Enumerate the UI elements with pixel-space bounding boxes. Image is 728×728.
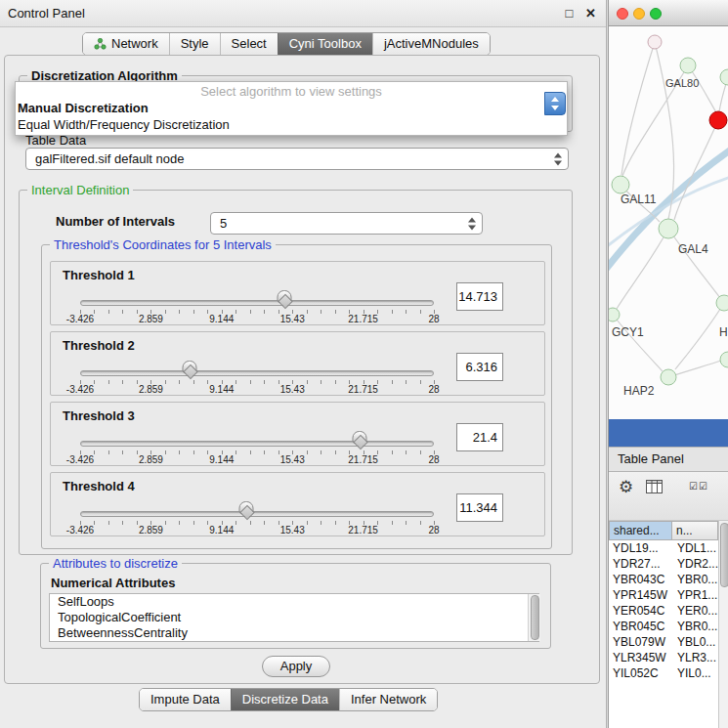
close-window-icon[interactable]: ✕ — [585, 6, 596, 21]
table-row[interactable]: YDR27...YDR2... — [609, 556, 718, 572]
table-row[interactable]: YPR145WYPR1... — [609, 587, 718, 603]
slider-scale-labels: -3.4262.8599.14415.4321.71528 — [80, 314, 434, 324]
table-data-combobox[interactable]: galFiltered.sif default node — [25, 148, 569, 170]
network-canvas[interactable]: GAL80 GAL11 GAL4 GCY1 HAP2 H — [609, 26, 728, 419]
slider-scale-label: 2.859 — [139, 454, 163, 465]
control-panel-titlebar: Control Panel □ ✕ — [0, 0, 606, 27]
slider-scale-label: 2.859 — [139, 314, 163, 324]
table-cell: YBR045C — [609, 619, 672, 634]
threshold-label: Threshold 3 — [63, 408, 135, 423]
zoom-traffic-light-icon[interactable] — [650, 8, 662, 20]
table-cell: YBR043C — [609, 572, 672, 587]
node-label: GAL11 — [621, 193, 656, 206]
tab-discretize-data[interactable]: Discretize Data — [231, 689, 339, 710]
slider-thumb[interactable] — [239, 501, 254, 514]
thresholds-group-label: Threshold's Coordinates for 5 Intervals — [50, 237, 276, 252]
number-of-intervals-combobox[interactable]: 5 — [210, 212, 483, 235]
threshold-label: Threshold 2 — [63, 338, 135, 353]
slider-scale-label: 21.715 — [348, 525, 378, 535]
threshold-value-field[interactable]: 21.4 — [456, 423, 503, 451]
slider-scale-label: 9.144 — [209, 384, 234, 395]
threshold-slider[interactable] — [80, 511, 434, 517]
screen: Control Panel □ ✕ Network Style Select — [0, 0, 728, 728]
table-header-row: shared... n... — [609, 521, 718, 540]
control-panel-window: Control Panel □ ✕ Network Style Select — [0, 0, 607, 728]
slider-thumb[interactable] — [277, 290, 291, 303]
table-columns-icon[interactable] — [646, 480, 663, 493]
attribute-list-item[interactable]: TopologicalCoefficient — [50, 610, 538, 625]
select-columns-icon[interactable]: ☑☑ — [689, 481, 708, 492]
slider-thumb[interactable] — [352, 431, 366, 444]
table-row[interactable]: YDL19...YDL1... — [609, 540, 718, 556]
tab-label: Discretize Data — [242, 689, 328, 710]
threshold-label: Threshold 4 — [63, 479, 135, 493]
slider-track[interactable] — [80, 300, 434, 306]
table-cell: YDR27... — [609, 556, 672, 572]
slider-scale-label: 28 — [428, 384, 439, 395]
threshold-slider[interactable] — [80, 370, 434, 376]
number-of-intervals-label: Number of Intervals — [56, 214, 175, 229]
attribute-list-item[interactable]: SelfLoops — [50, 594, 538, 610]
algorithm-placeholder-option[interactable]: Select algorithm to view settings — [16, 83, 567, 100]
threshold-4-panel: Threshold 4 -3.4262.8599.14415.4321.7152… — [50, 472, 545, 536]
numerical-attributes-list[interactable]: SelfLoopsTopologicalCoefficientBetweenne… — [49, 593, 539, 642]
tab-label: Impute Data — [150, 689, 220, 710]
slider-scale-label: -3.426 — [66, 454, 94, 465]
network-node — [720, 352, 728, 367]
node-label: GCY1 — [612, 325, 644, 339]
tab-cyni-toolbox[interactable]: Cyni Toolbox — [278, 33, 372, 55]
table-cell: YBR0... — [672, 619, 718, 634]
tab-jactivemnodules[interactable]: jActiveMNodules — [372, 33, 490, 55]
table-cell: YER0... — [672, 603, 718, 619]
slider-scale-label: 15.43 — [280, 525, 305, 535]
slider-scale-label: 2.859 — [139, 525, 163, 535]
tab-select[interactable]: Select — [220, 33, 278, 55]
interval-definition-group: Interval Definition Number of Intervals … — [19, 190, 573, 555]
table-cell: YDL1... — [672, 540, 718, 556]
algorithm-option-manual[interactable]: Manual Discretization — [16, 100, 567, 116]
tab-infer-network[interactable]: Infer Network — [339, 689, 437, 710]
tab-impute-data[interactable]: Impute Data — [140, 689, 231, 710]
slider-track[interactable] — [80, 511, 434, 517]
tab-network[interactable]: Network — [83, 33, 169, 55]
minimize-traffic-light-icon[interactable] — [633, 8, 645, 20]
network-node — [659, 219, 678, 238]
float-window-icon[interactable]: □ — [566, 6, 574, 21]
slider-track[interactable] — [80, 441, 434, 447]
window-controls: □ ✕ — [557, 0, 596, 26]
threshold-slider[interactable] — [80, 441, 434, 447]
node-label: GAL80 — [665, 77, 699, 89]
table-row[interactable]: YBR043CYBR0... — [609, 572, 718, 587]
table-scrollbar[interactable] — [718, 521, 728, 728]
tab-label: Style — [181, 33, 209, 55]
table-body[interactable]: YDL19...YDL1...YDR27...YDR2...YBR043CYBR… — [609, 540, 718, 728]
slider-thumb[interactable] — [183, 361, 197, 373]
slider-scale-label: 15.43 — [280, 384, 305, 395]
slider-track[interactable] — [80, 370, 434, 376]
threshold-value-field[interactable]: 6.316 — [456, 353, 503, 381]
combobox-arrows-icon[interactable] — [544, 92, 566, 115]
slider-scale-label: 15.43 — [280, 314, 305, 324]
algorithm-option-equal-width[interactable]: Equal Width/Frequency Discretization — [16, 116, 567, 133]
table-row[interactable]: YBL079WYBL0... — [609, 634, 718, 650]
attribute-list-item[interactable]: BetweennessCentrality — [50, 625, 538, 641]
column-header-name[interactable]: n... — [672, 521, 718, 540]
threshold-slider[interactable] — [80, 300, 434, 306]
threshold-value-field[interactable]: 14.713 — [456, 282, 503, 311]
column-header-shared-name[interactable]: shared... — [609, 521, 672, 540]
table-row[interactable]: YER054CYER0... — [609, 603, 718, 619]
table-row[interactable]: YLR345WYLR3... — [609, 650, 718, 665]
table-row[interactable]: YBR045CYBR0... — [609, 619, 718, 634]
slider-scale-labels: -3.4262.8599.14415.4321.71528 — [80, 525, 434, 535]
list-scrollbar[interactable] — [528, 594, 540, 641]
slider-scale-labels: -3.4262.8599.14415.4321.71528 — [80, 454, 434, 465]
table-cell: YLR345W — [609, 650, 672, 665]
close-traffic-light-icon[interactable] — [617, 8, 628, 20]
tab-style[interactable]: Style — [169, 33, 220, 55]
threshold-value-field[interactable]: 11.344 — [456, 493, 503, 522]
table-row[interactable]: YIL052CYIL0... — [609, 665, 718, 681]
apply-button[interactable]: Apply — [262, 656, 330, 677]
gear-icon[interactable]: ⚙ — [619, 477, 633, 497]
window-title: Control Panel — [8, 0, 85, 26]
threshold-3-panel: Threshold 3 -3.4262.8599.14415.4321.7152… — [50, 402, 545, 466]
